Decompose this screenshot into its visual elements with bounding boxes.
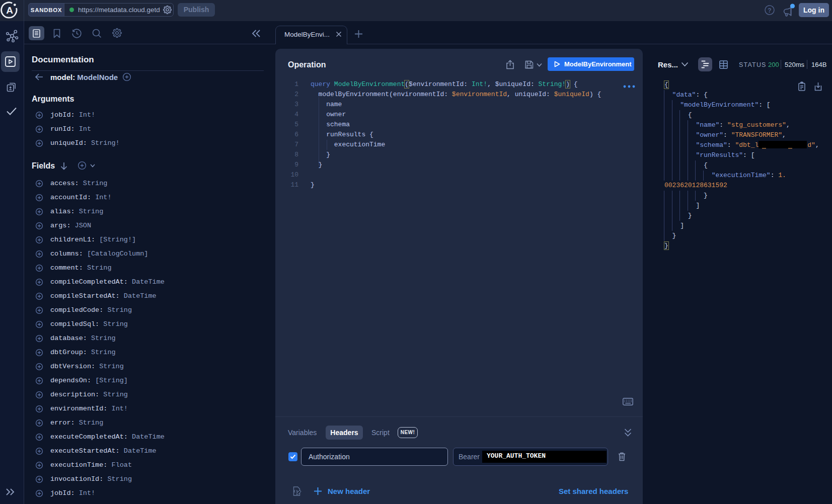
svg-text:?: ?	[768, 7, 771, 14]
svg-text:A: A	[6, 5, 13, 16]
